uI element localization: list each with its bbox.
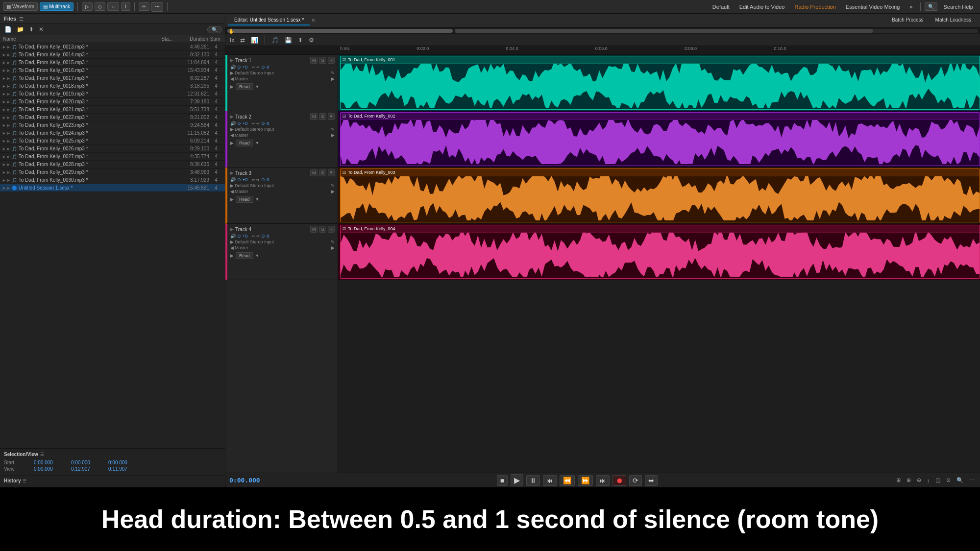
output-arrow2-2[interactable]: ▶ — [331, 133, 335, 138]
workspace-default[interactable]: Default — [709, 4, 734, 10]
pan-knob-3[interactable]: ⊙ — [261, 177, 265, 182]
add-folder-icon[interactable]: 📁 — [15, 25, 25, 33]
zoom-sel2-icon[interactable]: ⊙ — [945, 477, 952, 484]
track-arrow-1[interactable]: ▶ — [230, 58, 234, 63]
pause-btn[interactable]: ⏸ — [526, 475, 540, 486]
file-item[interactable]: ►► 🎵 To Dad, From Kelly_0013.mp3 * 4:48.… — [0, 43, 225, 51]
selection-end-value[interactable]: 0:00.000 — [71, 460, 105, 465]
solo-btn-2[interactable]: S — [319, 113, 326, 120]
file-item[interactable]: ►► 🎵 To Dad, From Kelly_0025.mp3 * 6:09.… — [0, 137, 225, 145]
view-start-value[interactable]: 0:00.000 — [34, 466, 68, 472]
file-item[interactable]: ►► 🎵 To Dad, From Kelly_0018.mp3 * 3:18.… — [0, 82, 225, 90]
batch-process-tab[interactable]: Batch Process — [886, 15, 929, 25]
solo-btn-3[interactable]: S — [319, 169, 326, 176]
scroll-position-bar[interactable]: ✋ — [225, 27, 980, 34]
pan-knob-2[interactable]: ⊙ — [261, 121, 265, 126]
view-dur-value[interactable]: 0:11.907 — [108, 466, 143, 472]
search-icon[interactable]: 🔍 — [925, 2, 937, 11]
file-item[interactable]: ►► 🔵 Untitled Session 1.sesx * 15:45.591… — [0, 184, 225, 192]
clip-checkbox-3[interactable]: ☑ — [343, 170, 346, 175]
play-btn[interactable]: ▶ — [511, 474, 523, 486]
zoom-more-icon[interactable]: ⋯ — [968, 477, 976, 484]
file-item[interactable]: ►► 🎵 To Dad, From Kelly_0016.mp3 * 15:43… — [0, 67, 225, 74]
tool-fade[interactable]: ⌇ — [121, 2, 130, 11]
pan-knob-4[interactable]: ⊙ — [261, 234, 265, 239]
read-btn-3[interactable]: Read — [236, 196, 253, 203]
file-item[interactable]: ►► 🎵 To Dad, From Kelly_0015.mp3 * 11:04… — [0, 59, 225, 67]
file-item[interactable]: ►► 🎵 To Dad, From Kelly_0028.mp3 * 8:38.… — [0, 161, 225, 168]
rec-btn-3[interactable]: R — [328, 169, 335, 176]
solo-btn-1[interactable]: S — [319, 57, 326, 64]
read-dropdown-1[interactable]: ▼ — [255, 84, 260, 89]
read-btn-2[interactable]: Read — [236, 140, 253, 146]
export-icon[interactable]: ⬆ — [296, 36, 304, 44]
input-edit-1[interactable]: ✎ — [331, 71, 335, 75]
file-item[interactable]: ►► 🎵 To Dad, From Kelly_0017.mp3 * 8:32.… — [0, 74, 225, 82]
input-edit-2[interactable]: ✎ — [331, 127, 335, 132]
track-arrow-3[interactable]: ▶ — [230, 170, 234, 175]
remove-icon[interactable]: ✕ — [37, 25, 45, 33]
read-btn-4[interactable]: Read — [236, 252, 253, 259]
workspace-edit-audio[interactable]: Edit Audio to Video — [735, 4, 789, 10]
scrollbar-track[interactable] — [455, 29, 978, 33]
zoom-amp-icon[interactable]: ↕ — [926, 477, 931, 484]
mute-btn-4[interactable]: M — [310, 226, 318, 233]
track-clip-1[interactable]: ☑To Dad, From Kelly_001 — [340, 56, 980, 110]
clip-checkbox-2[interactable]: ☑ — [343, 114, 346, 119]
vol-knob-1[interactable]: ⊙ — [237, 65, 241, 70]
record-btn[interactable]: ⏺ — [612, 475, 626, 486]
mute-btn-2[interactable]: M — [310, 113, 318, 120]
view-end-value[interactable]: 0:12.907 — [71, 466, 105, 472]
save-icon[interactable]: 💾 — [283, 36, 294, 44]
multitrack-btn[interactable]: ▤ Multitrack — [40, 2, 74, 11]
file-item[interactable]: ►► 🎵 To Dad, From Kelly_0024.mp3 * 11:15… — [0, 129, 225, 137]
clip-checkbox-4[interactable]: ☑ — [343, 227, 346, 231]
clip-checkbox-1[interactable]: ☑ — [343, 58, 346, 62]
track-arrow-4[interactable]: ▶ — [230, 227, 234, 232]
input-edit-4[interactable]: ✎ — [331, 240, 335, 244]
zoom-in-time-icon[interactable]: ⊕ — [905, 477, 912, 484]
selection-dur-value[interactable]: 0:00.000 — [108, 460, 143, 465]
input-edit-3[interactable]: ✎ — [331, 183, 335, 188]
file-item[interactable]: ►► 🎵 To Dad, From Kelly_0019.mp3 * 12:31… — [0, 90, 225, 98]
scrollbar-thumb[interactable] — [455, 29, 873, 33]
search-help-label[interactable]: Search Help — [939, 4, 977, 10]
loop-btn[interactable]: ⟳ — [629, 475, 642, 486]
workspace-expand[interactable]: » — [906, 4, 916, 10]
import-icon[interactable]: ⬆ — [27, 25, 35, 33]
track-clip-3[interactable]: ☑To Dad, From Kelly_003 — [340, 168, 980, 222]
workspace-essential-video[interactable]: Essential Video Mixing — [842, 4, 904, 10]
track-lane-2[interactable]: ☑To Dad, From Kelly_002 — [338, 111, 980, 168]
read-dropdown-4[interactable]: ▼ — [255, 253, 260, 258]
selection-menu-icon[interactable]: ☰ — [40, 452, 44, 457]
col-sam-header[interactable]: Sam — [208, 36, 222, 42]
mute-btn-1[interactable]: M — [310, 57, 318, 64]
close-tab-icon[interactable]: ✕ — [310, 17, 317, 24]
tool-pencil[interactable]: ✏ — [139, 2, 149, 11]
file-item[interactable]: ►► 🎵 To Dad, From Kelly_0027.mp3 * 4:35.… — [0, 153, 225, 161]
vol-knob-3[interactable]: ⊙ — [237, 177, 241, 182]
tool-razor[interactable]: ◇ — [95, 2, 105, 11]
fast-end-btn[interactable]: ⏭ — [596, 475, 610, 486]
read-expand-4[interactable]: ▶ — [230, 253, 234, 258]
routing-icon[interactable]: ⇄ — [239, 36, 246, 44]
fast-forward-btn[interactable]: ⏩ — [578, 475, 593, 486]
settings-icon[interactable]: ⚙ — [307, 36, 316, 44]
files-menu-icon[interactable]: ☰ — [19, 16, 24, 22]
selection-start-value[interactable]: 0:00.000 — [34, 460, 68, 465]
rec-btn-2[interactable]: R — [328, 113, 335, 120]
read-dropdown-3[interactable]: ▼ — [255, 197, 260, 202]
solo-btn-4[interactable]: S — [319, 226, 326, 233]
read-dropdown-2[interactable]: ▼ — [255, 141, 260, 145]
track-clip-4[interactable]: ☑To Dad, From Kelly_004 — [340, 225, 980, 279]
track-lane-1[interactable]: ☑To Dad, From Kelly_001 — [338, 55, 980, 111]
search-box[interactable]: 🔍 — [207, 26, 222, 33]
rec-btn-4[interactable]: R — [328, 226, 335, 233]
track-clip-2[interactable]: ☑To Dad, From Kelly_002 — [340, 112, 980, 166]
file-item[interactable]: ►► 🎵 To Dad, From Kelly_0020.mp3 * 7:39.… — [0, 98, 225, 106]
col-dur-header[interactable]: Duration — [174, 36, 208, 42]
file-item[interactable]: ►► 🎵 To Dad, From Kelly_0030.mp3 * 3:17.… — [0, 176, 225, 184]
file-item[interactable]: ►► 🎵 To Dad, From Kelly_0029.mp3 * 3:48.… — [0, 168, 225, 176]
zoom-search-icon[interactable]: 🔍 — [955, 477, 965, 484]
file-item[interactable]: ►► 🎵 To Dad, From Kelly_0014.mp3 * 8:32.… — [0, 51, 225, 59]
